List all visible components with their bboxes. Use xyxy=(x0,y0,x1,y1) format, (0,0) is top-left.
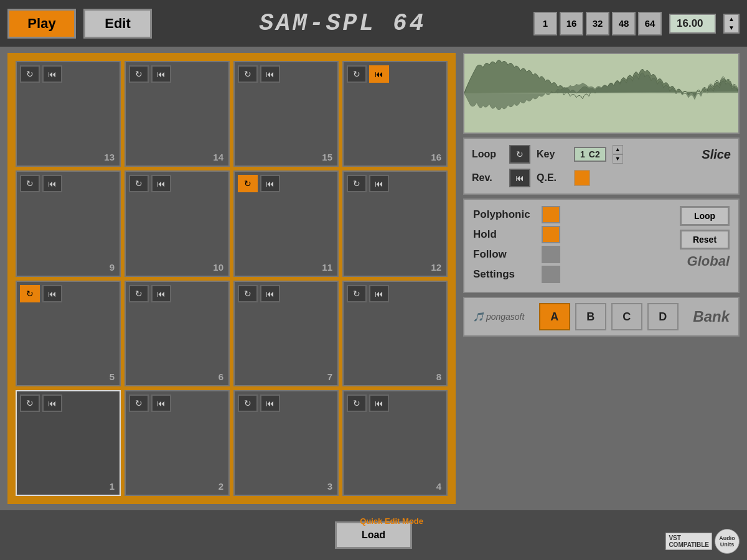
page-btn-16[interactable]: 16 xyxy=(560,12,583,35)
pad-12-loop-btn[interactable]: ↻ xyxy=(347,175,367,192)
pad-7-loop-btn[interactable]: ↻ xyxy=(238,285,258,302)
pad-1-rev-btn[interactable]: ⏮ xyxy=(42,394,62,412)
pad-14-number: 14 xyxy=(213,152,223,162)
pad-14[interactable]: ↻ ⏮ 14 xyxy=(125,61,230,167)
pad-10[interactable]: ↻ ⏮ 10 xyxy=(125,170,230,276)
pad-13-loop-btn[interactable]: ↻ xyxy=(20,65,40,83)
pad-15-rev-btn[interactable]: ⏮ xyxy=(260,65,280,83)
pongasoft-section: 🎵 pongasoft xyxy=(473,312,524,322)
pad-1-loop-btn[interactable]: ↻ xyxy=(20,394,40,412)
pad-5-loop-btn[interactable]: ↻ xyxy=(20,285,40,302)
pad-11-loop-btn[interactable]: ↻ xyxy=(238,175,258,192)
pad-4[interactable]: ↻ ⏮ 4 xyxy=(342,390,448,496)
pad-6-loop-btn[interactable]: ↻ xyxy=(129,285,149,302)
pad-row-2: ↻ ⏮ 5 ↻ ⏮ 6 ↻ ⏮ 7 xyxy=(16,281,448,386)
pad-3-rev-btn[interactable]: ⏮ xyxy=(260,394,280,412)
page-btn-48[interactable]: 48 xyxy=(612,12,636,35)
play-button[interactable]: Play xyxy=(7,9,76,39)
hold-toggle[interactable] xyxy=(542,226,560,243)
pad-13-controls: ↻ ⏮ xyxy=(17,62,120,86)
pad-7-controls: ↻ ⏮ xyxy=(235,282,337,306)
pad-8-loop-btn[interactable]: ↻ xyxy=(347,285,367,302)
pad-7-rev-btn[interactable]: ⏮ xyxy=(260,285,280,302)
bank-buttons: A B C D xyxy=(539,303,679,330)
bottom-controls: Polyphonic Hold Follow Settings xyxy=(463,198,740,293)
pad-16-loop-btn[interactable]: ↻ xyxy=(347,65,367,83)
reset-btn[interactable]: Reset xyxy=(680,230,730,250)
loop-row: Loop ↻ Key 1 C2 ▲ ▼ Slice xyxy=(472,145,731,164)
pad-16-number: 16 xyxy=(431,152,441,162)
main-container: Play Edit SAM-SPL 64 1 16 32 48 64 16.00… xyxy=(0,0,747,560)
page-btn-64[interactable]: 64 xyxy=(638,12,662,35)
pad-11[interactable]: ↻ ⏮ 11 xyxy=(233,170,339,276)
loop-toggle-btn[interactable]: ↻ xyxy=(509,145,530,164)
page-btn-1[interactable]: 1 xyxy=(533,12,557,35)
pad-4-rev-btn[interactable]: ⏮ xyxy=(369,394,389,412)
key-display: 1 C2 xyxy=(574,147,606,162)
rev-toggle-btn[interactable]: ⏮ xyxy=(509,169,530,187)
pad-10-loop-btn[interactable]: ↻ xyxy=(129,175,149,192)
rev-row: Rev. ⏮ Q.E. xyxy=(472,169,731,187)
pad-5[interactable]: ↻ ⏮ 5 xyxy=(16,281,121,386)
pad-6[interactable]: ↻ ⏮ 6 xyxy=(125,281,230,386)
settings-row: Settings xyxy=(473,266,675,283)
page-btn-32[interactable]: 32 xyxy=(586,12,609,35)
pad-9-rev-btn[interactable]: ⏮ xyxy=(42,175,62,192)
bank-btn-c[interactable]: C xyxy=(611,303,642,330)
pad-15[interactable]: ↻ ⏮ 15 xyxy=(233,61,339,167)
settings-label: Settings xyxy=(473,268,535,281)
tempo-down-button[interactable]: ▼ xyxy=(725,24,738,32)
pad-3[interactable]: ↻ ⏮ 3 xyxy=(233,390,339,496)
pad-14-rev-btn[interactable]: ⏮ xyxy=(151,65,171,83)
pad-1-number: 1 xyxy=(110,481,115,492)
pad-11-rev-btn[interactable]: ⏮ xyxy=(260,175,280,192)
key-up-btn[interactable]: ▲ xyxy=(613,145,623,154)
slice-label: Slice xyxy=(702,147,731,162)
polyphonic-toggle[interactable] xyxy=(542,206,560,223)
pad-12[interactable]: ↻ ⏮ 12 xyxy=(342,170,448,276)
pad-13-rev-btn[interactable]: ⏮ xyxy=(42,65,62,83)
key-down-btn[interactable]: ▼ xyxy=(613,154,623,164)
pad-10-rev-btn[interactable]: ⏮ xyxy=(151,175,171,192)
pad-9[interactable]: ↻ ⏮ 9 xyxy=(16,170,121,276)
pad-14-loop-btn[interactable]: ↻ xyxy=(129,65,149,83)
pad-row-4: ↻ ⏮ 13 ↻ ⏮ 14 ↻ ⏮ 1 xyxy=(16,61,448,167)
bank-btn-a[interactable]: A xyxy=(539,303,570,330)
pongasoft-text: pongasoft xyxy=(486,312,525,322)
pad-8-rev-btn[interactable]: ⏮ xyxy=(369,285,389,302)
loop-side-btn[interactable]: Loop xyxy=(680,206,730,226)
pad-15-loop-btn[interactable]: ↻ xyxy=(238,65,258,83)
pad-10-number: 10 xyxy=(213,262,223,273)
pad-2-rev-btn[interactable]: ⏮ xyxy=(151,394,171,412)
settings-toggle[interactable] xyxy=(542,266,560,283)
follow-toggle[interactable] xyxy=(542,246,560,263)
pad-8[interactable]: ↻ ⏮ 8 xyxy=(342,281,448,386)
pad-12-rev-btn[interactable]: ⏮ xyxy=(369,175,389,192)
pad-13-number: 13 xyxy=(104,152,115,162)
pad-2-loop-btn[interactable]: ↻ xyxy=(129,394,149,412)
bank-btn-b[interactable]: B xyxy=(575,303,606,330)
pad-6-rev-btn[interactable]: ⏮ xyxy=(151,285,171,302)
rev-label: Rev. xyxy=(472,172,503,184)
pad-4-loop-btn[interactable]: ↻ xyxy=(347,394,367,412)
follow-row: Follow xyxy=(473,246,675,263)
pad-5-rev-btn[interactable]: ⏮ xyxy=(42,285,62,302)
page-buttons: 1 16 32 48 64 xyxy=(533,12,662,35)
pad-16[interactable]: ↻ ⏮ 16 xyxy=(342,61,448,167)
pad-13[interactable]: ↻ ⏮ 13 xyxy=(16,61,121,167)
qe-box[interactable] xyxy=(574,170,590,186)
app-title: SAM-SPL 64 xyxy=(159,10,526,37)
pad-2[interactable]: ↻ ⏮ 2 xyxy=(125,390,230,496)
pad-2-number: 2 xyxy=(218,481,223,492)
pad-7[interactable]: ↻ ⏮ 7 xyxy=(233,281,339,386)
edit-button[interactable]: Edit xyxy=(83,9,152,39)
pad-12-number: 12 xyxy=(431,262,441,273)
pad-1[interactable]: ↻ ⏮ 1 xyxy=(16,390,121,496)
pad-9-loop-btn[interactable]: ↻ xyxy=(20,175,40,192)
tempo-up-button[interactable]: ▲ xyxy=(725,15,738,24)
top-bar: Play Edit SAM-SPL 64 1 16 32 48 64 16.00… xyxy=(0,0,747,47)
pad-16-rev-btn[interactable]: ⏮ xyxy=(369,65,389,83)
pad-3-loop-btn[interactable]: ↻ xyxy=(238,394,258,412)
bank-btn-d[interactable]: D xyxy=(647,303,679,330)
loop-rev-controls: Loop ↻ Key 1 C2 ▲ ▼ Slice Rev. ⏮ xyxy=(463,138,740,195)
